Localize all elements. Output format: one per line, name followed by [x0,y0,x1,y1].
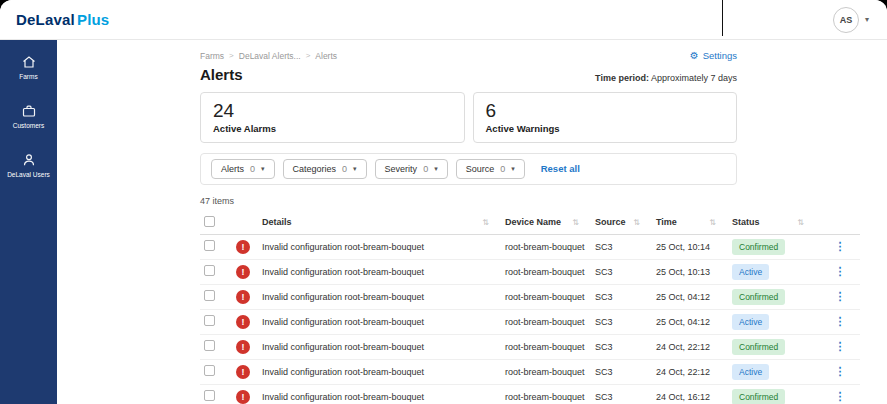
active-alarms-card: 24 Active Alarms [200,92,465,143]
avatar: AS [833,7,859,33]
row-time: 24 Oct, 16:12 [656,392,732,402]
filter-count: 0 [423,164,428,174]
sidebar-item-customers[interactable]: Customers [0,103,57,130]
row-time: 25 Oct, 10:14 [656,242,732,252]
breadcrumb-separator: > [306,51,311,60]
breadcrumb: Farms > DeLaval Alerts... > Alerts [200,51,337,61]
users-icon [21,152,37,168]
row-details: Invalid configuration root-bream-bouquet [262,367,505,377]
row-source: SC3 [595,367,656,377]
row-device-name: root-bream-bouquet [505,292,595,302]
column-header-time[interactable]: Time [656,217,677,227]
status-badge: Confirmed [732,339,785,355]
row-details: Invalid configuration root-bream-bouquet [262,392,505,402]
select-all-checkbox[interactable] [204,216,215,227]
sort-icon[interactable]: ⇅ [633,218,640,227]
row-actions-kebab-icon[interactable]: ⋮ [835,265,846,277]
time-period-label: Time period: [595,73,649,83]
filter-label: Categories [293,164,337,174]
row-device-name: root-bream-bouquet [505,317,595,327]
status-badge: Confirmed [732,289,785,305]
sidebar-item-farms[interactable]: Farms [0,54,57,81]
main-content: Farms > DeLaval Alerts... > Alerts ⚙ Set… [57,40,887,404]
alerts-table: Details⇅ Device Name⇅ Source⇅ Time⇅ Stat… [200,211,860,404]
sort-icon[interactable]: ⇅ [709,218,716,227]
sidebar-item-delaval-users[interactable]: DeLaval Users [0,152,57,179]
status-badge: Active [732,314,769,330]
row-source: SC3 [595,317,656,327]
status-badge: Active [732,264,769,280]
row-source: SC3 [595,392,656,402]
error-icon: ! [236,315,250,329]
row-checkbox[interactable] [204,265,215,276]
active-warnings-count: 6 [486,100,725,122]
filter-count: 0 [500,164,505,174]
user-menu-button[interactable]: AS ▾ [833,7,869,33]
active-warnings-card: 6 Active Warnings [473,92,738,143]
row-details: Invalid configuration root-bream-bouquet [262,267,505,277]
filter-dropdown-categories[interactable]: Categories 0 ▾ [283,159,367,179]
farms-icon [21,54,37,70]
active-alarms-label: Active Alarms [213,123,452,134]
status-badge: Confirmed [732,389,785,404]
row-details: Invalid configuration root-bream-bouquet [262,317,505,327]
row-checkbox[interactable] [204,290,215,301]
customers-icon [21,103,37,119]
column-header-status[interactable]: Status [732,217,760,227]
column-header-device-name[interactable]: Device Name [505,217,561,227]
breadcrumb-item-farms[interactable]: Farms [200,51,224,61]
row-actions-kebab-icon[interactable]: ⋮ [835,390,846,402]
row-checkbox[interactable] [204,240,215,251]
filter-bar: Alerts 0 ▾ Categories 0 ▾ Severity 0 ▾ [200,153,737,185]
page-title: Alerts [200,66,243,83]
row-time: 24 Oct, 22:12 [656,367,732,377]
sidebar-item-label: Customers [13,122,44,130]
row-actions-kebab-icon[interactable]: ⋮ [835,290,846,302]
filter-dropdown-severity[interactable]: Severity 0 ▾ [375,159,448,179]
row-device-name: root-bream-bouquet [505,242,595,252]
row-actions-kebab-icon[interactable]: ⋮ [835,240,846,252]
time-period-value: Approximately 7 days [649,73,737,83]
row-actions-kebab-icon[interactable]: ⋮ [835,365,846,377]
error-icon: ! [236,340,250,354]
top-bar: DeLavalPlus AS ▾ [0,0,887,40]
row-details: Invalid configuration root-bream-bouquet [262,292,505,302]
sort-icon[interactable]: ⇅ [482,218,489,227]
reset-all-button[interactable]: Reset all [541,163,580,174]
row-checkbox[interactable] [204,315,215,326]
filter-label: Alerts [221,164,244,174]
settings-button[interactable]: ⚙ Settings [690,50,737,61]
sidebar-item-label: DeLaval Users [7,171,50,179]
table-row: ! Invalid configuration root-bream-bouqu… [200,260,860,285]
time-period: Time period: Approximately 7 days [595,73,737,83]
logo-primary: DeLaval [16,11,75,28]
row-checkbox[interactable] [204,365,215,376]
column-header-source[interactable]: Source [595,217,626,227]
chevron-down-icon: ▾ [434,165,438,173]
filter-dropdown-source[interactable]: Source 0 ▾ [456,159,525,179]
error-icon: ! [236,390,250,404]
sort-icon[interactable]: ⇅ [797,218,804,227]
filter-label: Source [466,164,495,174]
row-time: 24 Oct, 22:12 [656,342,732,352]
sidebar: Farms Customers DeLaval Users [0,40,57,404]
breadcrumb-item-delaval-alerts[interactable]: DeLaval Alerts... [239,51,301,61]
column-header-details[interactable]: Details [262,217,292,227]
status-badge: Confirmed [732,239,785,255]
active-alarms-count: 24 [213,100,452,122]
row-checkbox[interactable] [204,390,215,401]
annotation-line [722,0,723,36]
row-actions-kebab-icon[interactable]: ⋮ [835,315,846,327]
chevron-down-icon: ▾ [261,165,265,173]
error-icon: ! [236,240,250,254]
filter-dropdown-alerts[interactable]: Alerts 0 ▾ [211,159,275,179]
row-device-name: root-bream-bouquet [505,392,595,402]
error-icon: ! [236,290,250,304]
sidebar-item-label: Farms [19,73,37,81]
row-source: SC3 [595,342,656,352]
filter-count: 0 [250,164,255,174]
row-actions-kebab-icon[interactable]: ⋮ [835,340,846,352]
sort-icon[interactable]: ⇅ [572,218,579,227]
row-checkbox[interactable] [204,340,215,351]
active-warnings-label: Active Warnings [486,123,725,134]
